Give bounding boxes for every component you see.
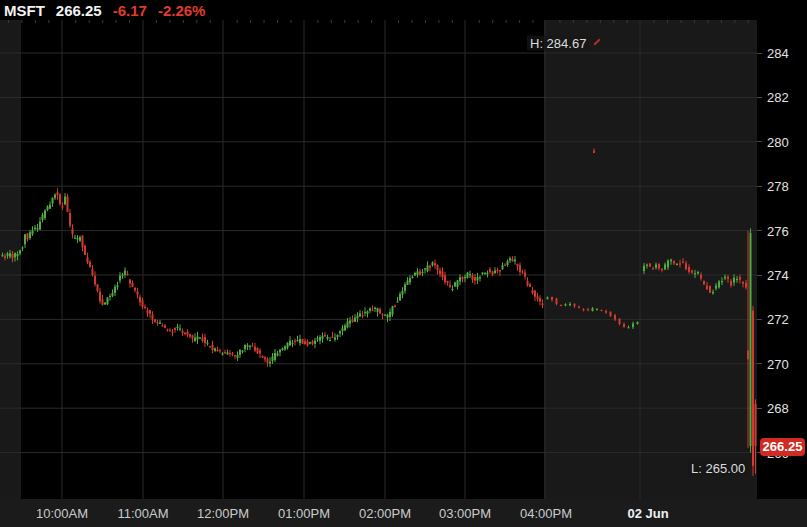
- price-chart-canvas[interactable]: [0, 0, 807, 527]
- price-axis-tick-label: 276: [767, 223, 789, 238]
- price-axis-tick-label: 282: [767, 90, 789, 105]
- price-axis-tick-label: 284: [767, 46, 789, 61]
- price-axis-tick-label: 268: [767, 401, 789, 416]
- price-axis-tick-label: 278: [767, 179, 789, 194]
- quote-header: MSFT 266.25 -6.17 -2.26%: [4, 1, 205, 20]
- price-axis-tick-label: 274: [767, 268, 789, 283]
- terminal-chart-window: MSFT 266.25 -6.17 -2.26% 284282280278276…: [0, 0, 807, 527]
- price-change: -6.17: [113, 2, 147, 19]
- price-axis-tick: [757, 186, 762, 187]
- time-axis-tick-label: 10:00AM: [36, 506, 88, 521]
- price-axis: 284282280278276274272270268266: [757, 20, 807, 499]
- time-axis: 10:00AM11:00AM12:00PM01:00PM02:00PM03:00…: [0, 499, 807, 527]
- price-axis-tick: [757, 53, 762, 54]
- price-axis-tick: [757, 319, 762, 320]
- time-axis-tick-label: 01:00PM: [278, 506, 330, 521]
- last-price: 266.25: [56, 2, 102, 19]
- price-change-percent: -2.26%: [158, 2, 206, 19]
- price-axis-tick-label: 280: [767, 134, 789, 149]
- price-axis-tick: [757, 141, 762, 142]
- time-axis-tick-label: 11:00AM: [117, 506, 168, 521]
- price-axis-tick: [757, 230, 762, 231]
- time-axis-tick-label: 02:00PM: [359, 506, 411, 521]
- price-axis-tick-label: 272: [767, 312, 789, 327]
- price-axis-tick: [757, 363, 762, 364]
- session-high-label: H: 284.67: [527, 36, 589, 51]
- ticker-symbol: MSFT: [4, 2, 45, 19]
- price-axis-tick: [757, 275, 762, 276]
- time-axis-tick-label: 03:00PM: [439, 506, 491, 521]
- price-axis-tick-label: 270: [767, 356, 789, 371]
- price-axis-tick: [757, 408, 762, 409]
- price-axis-tick: [757, 97, 762, 98]
- time-axis-tick-label: 12:00PM: [197, 506, 249, 521]
- time-axis-tick-label: 04:00PM: [520, 506, 572, 521]
- last-price-badge: 266.25: [760, 438, 805, 456]
- session-low-label: L: 265.00: [688, 461, 748, 476]
- time-axis-tick-label: 02 Jun: [627, 506, 668, 521]
